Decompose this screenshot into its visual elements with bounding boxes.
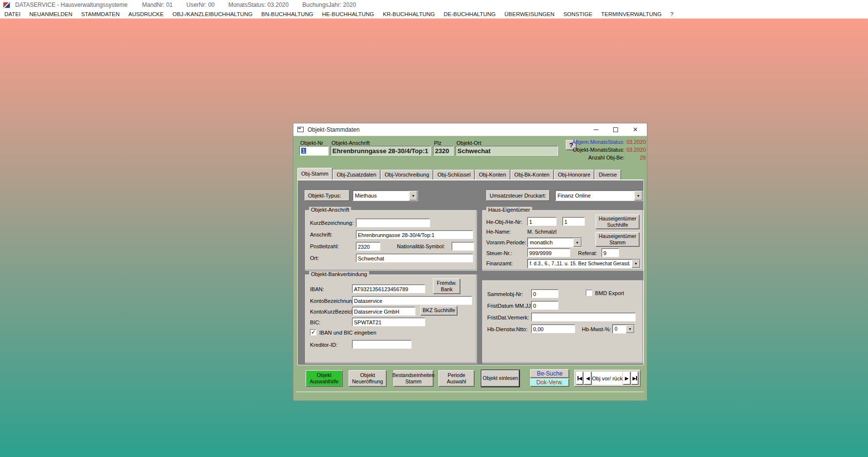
he-nr-input[interactable]: 1 xyxy=(562,217,585,226)
objekt-neueroeffnung-button[interactable]: Objekt Neueröffnung xyxy=(349,370,387,387)
postleitzahl-input[interactable]: 2320 xyxy=(356,242,380,251)
menu-ueberweisungen[interactable]: ÜBERWEISUNGEN xyxy=(500,11,559,17)
fremdw-bank-button[interactable]: Fremdw. Bank xyxy=(433,278,460,294)
finanzamt-dropdown[interactable]: f. d.3., 6., 7.,11. u. 15. Bez Schwechat… xyxy=(527,259,641,268)
tab-obj-zusatzdaten[interactable]: Obj-Zusatzdaten xyxy=(333,170,380,179)
dialog-titlebar[interactable]: Objekt-Stammdaten ✕ xyxy=(293,123,647,136)
kreditor-id-input[interactable] xyxy=(352,340,412,349)
obj-stamm-tab-panel: Objekt-Typus: Miethaus ▼ Umsatzsteuer Dr… xyxy=(297,180,644,365)
tab-obj-schluessel[interactable]: Obj-Schlüssel xyxy=(434,170,475,179)
fristdat-vermerk-input[interactable] xyxy=(531,313,636,321)
be-suche-button[interactable]: Be-Suche xyxy=(530,369,569,378)
anschrift-label: Anschrift: xyxy=(310,232,332,238)
voranm-periode-value: monatlich xyxy=(530,239,573,245)
tab-obj-bk-konten[interactable]: Obj-Bk-Konten xyxy=(511,170,554,179)
maximize-icon[interactable] xyxy=(613,127,618,132)
minimize-icon[interactable] xyxy=(594,129,599,130)
menu-obj-kanzleibuchhaltung[interactable]: OBJ-/KANZLEIBUCHHALTUNG xyxy=(168,11,257,17)
nav-next-icon[interactable]: ▶ xyxy=(623,372,630,385)
menu-he-buchhaltung[interactable]: HE-BUCHHALTUNG xyxy=(318,11,379,17)
nav-last-icon[interactable]: ▶ xyxy=(631,372,639,385)
kontokurzbezeich-input[interactable]: Dataservice GmbH xyxy=(352,307,415,316)
menu-help[interactable]: ? xyxy=(666,11,678,17)
voranm-periode-dropdown[interactable]: monatlich ▼ xyxy=(527,238,582,247)
hb-dienstw-ntto-input[interactable]: 0,00 xyxy=(531,324,575,333)
misc-group: Sammelobj-Nr: 0 BMD Export FristDatum MM… xyxy=(482,280,643,363)
objekt-nr-input[interactable]: 1 xyxy=(299,146,329,156)
iban-input[interactable]: AT9321356123456789 xyxy=(352,284,425,293)
bestandseinheiten-stamm-button[interactable]: Bestandseinheiten Stamm xyxy=(393,370,434,387)
objekt-anschrift-display[interactable]: Ehrenbrunngasse 28-30/4/Top:1 xyxy=(331,146,431,156)
tab-diverse[interactable]: Diverse xyxy=(595,170,620,179)
menu-sonstige[interactable]: SONSTIGE xyxy=(559,11,597,17)
iban-bic-checkbox[interactable] xyxy=(310,329,316,336)
steuer-nr-label: Steuer-Nr.: xyxy=(486,250,512,256)
tab-obj-konten[interactable]: Obj-Konten xyxy=(475,170,510,179)
ort-input[interactable]: Schwechat xyxy=(356,254,473,262)
chevron-down-icon[interactable]: ▼ xyxy=(573,238,581,247)
he-obj-nr-input[interactable]: 1 xyxy=(527,217,557,226)
chevron-down-icon[interactable]: ▼ xyxy=(409,191,417,200)
bmd-export-checkbox[interactable] xyxy=(586,290,592,296)
tab-obj-vorschreibung[interactable]: Obj-Vorschreibung xyxy=(381,170,433,179)
menu-datei[interactable]: DATEI xyxy=(0,11,25,17)
fristdatum-input[interactable]: 0 xyxy=(531,301,558,310)
objekt-monatsstatus-value: 03.2020 xyxy=(624,147,646,153)
iban-bic-checkbox-label: IBAN und BIC eingeben xyxy=(319,330,376,336)
menu-bn-buchhaltung[interactable]: BN-BUCHHALTUNG xyxy=(257,11,318,17)
sammelobj-nr-label: Sammelobj-Nr: xyxy=(487,291,523,297)
window-controls: ✕ xyxy=(594,126,643,133)
hauseigentuemer-suchhilfe-button[interactable]: Hauseigentümer Suchhilfe xyxy=(596,215,640,229)
objekt-anschrift-group: Objekt-Anschrift KurzBezeichnung: Anschr… xyxy=(305,210,476,270)
nav-previous-icon[interactable]: ◀ xyxy=(584,372,591,385)
hb-mwst-label: Hb-Mwst-%: xyxy=(582,326,611,332)
tab-obj-honorare[interactable]: Obj-Honorare xyxy=(554,170,595,179)
objekt-auswahlhilfe-button[interactable]: Objekt Auswahlhilfe xyxy=(306,370,343,387)
voranm-periode-label: Voranm.Periode: xyxy=(486,239,526,245)
kontobezeichnung-input[interactable]: Dataservice xyxy=(352,296,472,305)
objekt-typus-dropdown[interactable]: Miethaus ▼ xyxy=(352,190,418,201)
anzahl-obj-be-row: Anzahl Obj-Be: 29 xyxy=(560,155,646,160)
menu-stammdaten[interactable]: STAMMDATEN xyxy=(77,11,124,17)
nationalitaet-symbol-input[interactable] xyxy=(452,242,474,251)
chevron-down-icon[interactable]: ▼ xyxy=(634,191,642,200)
finanzamt-label: Finanzamt: xyxy=(486,260,513,266)
dok-verw-button[interactable]: Dok-Verw. xyxy=(530,378,569,387)
kurzbezeichnung-input[interactable] xyxy=(356,219,430,227)
app-titlebar: DATASERVICE - Hausverwaltungssysteme Man… xyxy=(0,0,868,10)
chevron-down-icon[interactable]: ▼ xyxy=(626,325,634,333)
close-icon[interactable]: ✕ xyxy=(633,126,638,133)
bkz-suchhilfe-button[interactable]: BKZ Suchhilfe xyxy=(420,306,457,316)
kreditor-id-label: Kreditor-ID: xyxy=(310,342,337,348)
referat-input[interactable]: 9 xyxy=(601,248,619,257)
iban-label: IBAN: xyxy=(310,286,324,292)
tab-obj-stamm[interactable]: Obj-Stamm xyxy=(297,168,332,179)
fristdatum-label: FristDatum MM.JJ: xyxy=(487,303,532,309)
menu-terminverwaltung[interactable]: TERMINVERWALTUNG xyxy=(597,11,666,17)
app-title: DATASERVICE - Hausverwaltungssysteme xyxy=(15,1,127,8)
finanzamt-value: f. d.3., 6., 7.,11. u. 15. Bez Schwechat… xyxy=(530,261,632,266)
hb-mwst-dropdown[interactable]: 0 ▼ xyxy=(612,324,635,334)
periode-auswahl-button[interactable]: Periode Auswahl xyxy=(438,370,475,387)
anschrift-input[interactable]: Ehrenbrunngasse 28-30/4/Top:1 xyxy=(356,230,473,239)
objekt-typus-value: Miethaus xyxy=(355,193,409,199)
hauseigentuemer-stamm-button[interactable]: Hauseigentümer Stamm xyxy=(596,232,640,247)
app-logo-icon xyxy=(3,2,10,8)
menu-ausdrucke[interactable]: AUSDRUCKE xyxy=(124,11,168,17)
objekt-ort-label: Objekt-Ort xyxy=(456,140,481,146)
objekt-typus-label: Objekt-Typus: xyxy=(305,190,350,201)
menu-neuanmelden[interactable]: NEUANMELDEN xyxy=(25,11,77,17)
objekt-ort-display[interactable]: Schwechat xyxy=(455,146,558,156)
menu-de-buchhaltung[interactable]: DE-BUCHHALTUNG xyxy=(439,11,500,17)
steuer-nr-input[interactable]: 999/9999 xyxy=(527,248,570,257)
objekt-monatsstatus-label: Objekt-MonatsStatus: xyxy=(573,147,624,153)
plz-display[interactable]: 2320 xyxy=(433,146,454,156)
nav-first-icon[interactable]: ◀ xyxy=(576,372,583,385)
objekt-einlesen-button[interactable]: Objekt einlesen xyxy=(481,370,519,387)
bic-input[interactable]: SPWTAT21 xyxy=(352,318,425,326)
menu-kr-buchhaltung[interactable]: KR-BUCHHALTUNG xyxy=(378,11,439,17)
chevron-down-icon[interactable]: ▼ xyxy=(632,259,640,268)
sammelobj-nr-input[interactable]: 0 xyxy=(531,289,558,298)
fristdat-vermerk-label: FristDat.Vermerk: xyxy=(487,315,529,320)
umsatzsteuer-druckart-dropdown[interactable]: Finanz Online ▼ xyxy=(555,190,643,201)
